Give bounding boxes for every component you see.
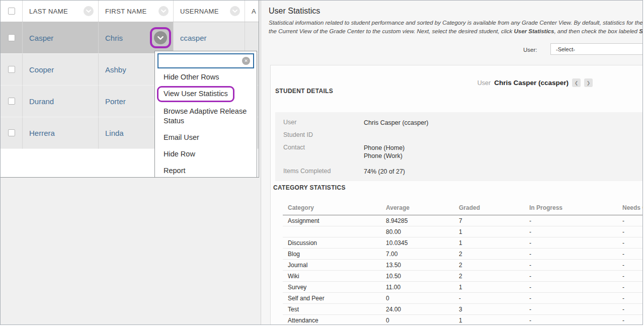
grade-center-pane: LAST NAME FIRST NAME USERNAME (1, 1, 261, 324)
stats-cell-average: 11.00 (386, 282, 459, 293)
menu-item-email-user[interactable]: Email User (164, 133, 248, 142)
category-statistics-heading: CATEGORY STATISTICS (273, 184, 346, 191)
row-context-menu-button[interactable] (154, 31, 167, 44)
stats-cell-graded: 3 (459, 304, 529, 315)
column-header-label: FIRST NAME (105, 8, 147, 15)
user-nav-label: User (477, 79, 491, 87)
row-checkbox[interactable] (8, 34, 15, 41)
last-name-cell: Herrera (23, 117, 99, 149)
menu-item-report[interactable]: Report (164, 166, 248, 176)
stats-table-row: Test 24.00 3 - - (283, 304, 643, 315)
column-header-label: LAST NAME (29, 8, 68, 15)
stats-cell-in-progress: - (529, 260, 622, 271)
stats-table-row: Self and Peer 0 - - - (283, 293, 643, 304)
detail-value: 74% (20 of 27) (364, 168, 405, 176)
table-header-row: LAST NAME FIRST NAME USERNAME (1, 1, 259, 22)
chevron-down-icon (161, 10, 166, 13)
stats-cell-average: 8.94285 (386, 215, 459, 226)
page-title: User Statistics (269, 7, 320, 16)
stats-cell-needs-grading: - (622, 315, 643, 325)
row-checkbox-cell (1, 54, 23, 86)
stats-cell-needs-grading: - (622, 260, 643, 271)
stats-cell-needs-grading: - (622, 293, 643, 304)
stats-cell-needs-grading: - (622, 271, 643, 282)
menu-item-browse-adaptive-release-status[interactable]: Browse Adaptive Release Status (164, 107, 248, 126)
stats-cell-in-progress: - (529, 282, 622, 293)
annotation-highlight-ring (150, 27, 171, 48)
header-checkbox-cell (1, 1, 23, 22)
menu-item-hide-row[interactable]: Hide Row (164, 149, 248, 159)
detail-value: Phone (Home) Phone (Work) (364, 144, 405, 160)
stats-cell-graded: 1 (459, 237, 529, 249)
menu-item-view-user-statistics-wrap: View User Statistics (164, 86, 248, 102)
stats-table-row: Wiki 10.50 2 - - (283, 271, 643, 282)
username-cell: ccasper (174, 22, 245, 54)
user-select-dropdown[interactable]: -Select- (550, 43, 643, 55)
chevron-down-icon (232, 10, 237, 13)
stats-cell-category (283, 226, 386, 237)
detail-row-contact: Contact Phone (Home) Phone (Work) (283, 144, 405, 160)
column-menu-button[interactable] (230, 6, 240, 16)
first-name-text: Chris (105, 34, 123, 42)
menu-search-input[interactable] (158, 54, 253, 67)
detail-label: Student ID (283, 131, 364, 138)
chevron-right-icon: ❯ (587, 80, 591, 86)
stats-table-row: Survey 11.00 1 - - (283, 282, 643, 293)
stats-cell-category: Discussion (283, 237, 386, 249)
user-navigation: User Chris Casper (ccasper) ❮ ❯ (271, 78, 593, 87)
stats-table-row: Assignment 8.94285 7 - - (283, 215, 643, 226)
stats-cell-in-progress: - (529, 237, 622, 249)
stats-table-row: 80.00 1 - - (283, 226, 643, 237)
stats-cell-in-progress: - (529, 304, 622, 315)
stats-cell-average: 80.00 (386, 226, 459, 237)
stats-cell-in-progress: - (529, 226, 622, 237)
select-all-checkbox[interactable] (8, 8, 15, 15)
row-checkbox[interactable] (8, 129, 15, 136)
stats-cell-category: Blog (283, 249, 386, 260)
stats-col-average: Average (386, 204, 459, 215)
stats-cell-needs-grading: - (622, 282, 643, 293)
row-checkbox-cell (1, 86, 23, 117)
stats-cell-needs-grading: - (622, 249, 643, 260)
stats-cell-in-progress: - (529, 271, 622, 282)
detail-label: Items Completed (283, 168, 364, 176)
column-header-label: USERNAME (180, 8, 219, 15)
menu-item-hide-other-rows[interactable]: Hide Other Rows (164, 72, 248, 82)
stats-cell-in-progress: - (529, 293, 622, 304)
stats-cell-graded: 2 (459, 271, 529, 282)
row-checkbox-cell (1, 22, 23, 54)
stats-cell-needs-grading: - (622, 215, 643, 226)
next-user-button[interactable]: ❯ (584, 78, 593, 87)
previous-user-button[interactable]: ❮ (572, 78, 581, 87)
menu-items: Hide Other Rows View User Statistics Bro… (155, 68, 257, 176)
row-checkbox[interactable] (8, 98, 15, 105)
user-select-label: User: (523, 47, 537, 53)
stats-cell-category: Survey (283, 282, 386, 293)
description-line1: Statistical information related to stude… (269, 20, 643, 26)
description-line2: the Current View of the Grade Center to … (269, 28, 643, 34)
menu-item-view-user-statistics[interactable]: View User Statistics (164, 90, 228, 98)
stats-cell-needs-grading: - (622, 304, 643, 315)
detail-label: User (283, 119, 364, 127)
stats-col-category: Category (283, 204, 386, 215)
stats-cell-graded: 1 (459, 315, 529, 325)
stats-table-body: Assignment 8.94285 7 - - 80.00 1 - - (283, 215, 643, 325)
stats-cell-average: 10.0345 (386, 237, 459, 249)
user-nav-name: Chris Casper (ccasper) (494, 79, 569, 87)
column-header-label: A (252, 8, 256, 15)
detail-row-student-id: Student ID (283, 131, 364, 138)
stats-cell-in-progress: - (529, 215, 622, 226)
clear-icon[interactable]: ✕ (242, 57, 250, 65)
stats-table-row: Discussion 10.0345 1 - - (283, 237, 643, 249)
student-details-heading: STUDENT DETAILS (275, 88, 333, 95)
stats-table-row: Blog 7.00 2 - - (283, 249, 643, 260)
stats-cell-category: Test (283, 304, 386, 315)
last-name-cell: Durand (23, 86, 99, 117)
last-name-cell: Cooper (23, 54, 99, 86)
stats-cell-in-progress: - (529, 249, 622, 260)
column-menu-button[interactable] (158, 6, 169, 16)
stats-cell-category: Assignment (283, 215, 386, 226)
stats-cell-average: 7.00 (386, 249, 459, 260)
column-menu-button[interactable] (84, 6, 94, 16)
row-checkbox[interactable] (8, 66, 15, 73)
